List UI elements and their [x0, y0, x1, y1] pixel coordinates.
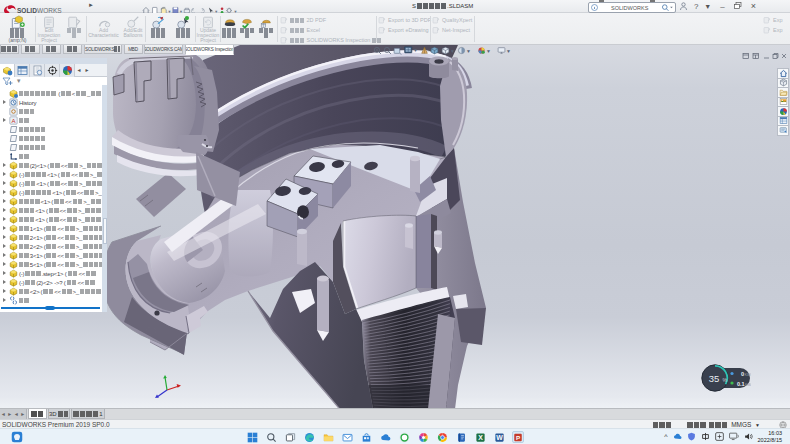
- svg-text:35: 35: [709, 373, 720, 384]
- svg-text:0.1: 0.1: [737, 381, 745, 387]
- svg-text:KB/s: KB/s: [745, 382, 751, 387]
- svg-text:W: W: [496, 434, 503, 441]
- svg-text:A: A: [11, 118, 15, 124]
- svg-text:P: P: [516, 434, 520, 441]
- svg-text:X: X: [478, 434, 483, 441]
- svg-text:%: %: [723, 377, 728, 383]
- svg-text:KB/s: KB/s: [745, 372, 752, 377]
